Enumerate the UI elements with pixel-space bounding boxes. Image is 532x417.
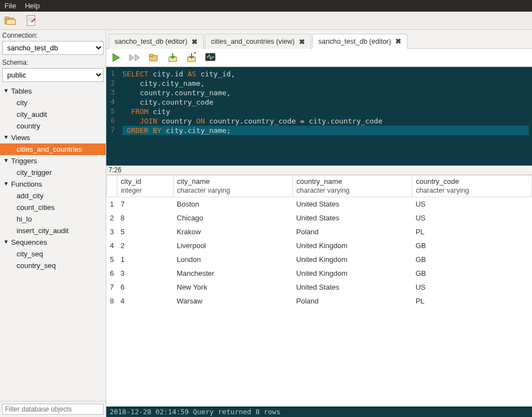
schema-label: Schema: bbox=[0, 57, 106, 67]
tree-item[interactable]: cities_and_countries bbox=[0, 143, 106, 155]
tab-label: sancho_test_db (editor) bbox=[115, 38, 187, 45]
table-row[interactable]: 76New YorkUnited StatesUS bbox=[107, 280, 532, 294]
tree-item[interactable]: city_trigger bbox=[0, 167, 106, 178]
table-cell: United States bbox=[293, 280, 412, 294]
table-cell: 4 bbox=[117, 294, 174, 308]
connection-label: Connection: bbox=[0, 30, 106, 40]
menu-help[interactable]: Help bbox=[25, 2, 40, 10]
table-cell: GB bbox=[412, 239, 532, 253]
table-cell: 7 bbox=[117, 197, 174, 212]
svg-rect-2 bbox=[7, 19, 16, 24]
table-cell: United Kingdom bbox=[293, 266, 412, 280]
table-cell: Warsaw bbox=[173, 294, 293, 308]
close-icon[interactable]: ✖ bbox=[299, 38, 305, 46]
db-object-tree: ▼Tablescitycity_auditcountry▼Viewscities… bbox=[0, 84, 106, 401]
table-row[interactable]: 17BostonUnited StatesUS bbox=[107, 197, 532, 212]
table-cell: 6 bbox=[117, 280, 174, 294]
table-cell: London bbox=[173, 253, 293, 266]
table-cell: 1 bbox=[117, 253, 174, 266]
editor-tabs: sancho_test_db (editor)✖cities_and_count… bbox=[106, 30, 532, 49]
tree-category-tables[interactable]: ▼Tables bbox=[0, 85, 106, 97]
save-sql-icon[interactable] bbox=[166, 51, 179, 64]
table-cell: United Kingdom bbox=[293, 239, 412, 253]
tree-item[interactable]: country_seq bbox=[0, 260, 106, 271]
column-header[interactable]: city_namecharacter varying bbox=[173, 176, 293, 197]
close-icon[interactable]: ✖ bbox=[192, 38, 198, 46]
tree-item[interactable]: insert_city_audit bbox=[0, 225, 106, 236]
table-cell: GB bbox=[412, 266, 532, 280]
editor-tab[interactable]: sancho_test_db (editor)✖ bbox=[109, 34, 204, 49]
column-header[interactable]: city_idinteger bbox=[117, 176, 174, 197]
column-header[interactable]: country_codecharacter varying bbox=[412, 176, 532, 197]
tab-label: cities_and_countries (view) bbox=[211, 38, 295, 45]
activity-monitor-icon[interactable] bbox=[204, 51, 217, 64]
table-cell: Krakow bbox=[173, 225, 293, 239]
table-cell: US bbox=[412, 211, 532, 225]
filter-input[interactable] bbox=[2, 404, 104, 415]
tree-item[interactable]: city_seq bbox=[0, 248, 106, 260]
cursor-position: 7:26 bbox=[106, 166, 532, 175]
tree-item[interactable]: city bbox=[0, 97, 106, 109]
sql-editor[interactable]: 1234567 SELECT city.id AS city_id, city.… bbox=[106, 67, 532, 166]
chevron-down-icon: ▼ bbox=[3, 181, 9, 187]
tree-category-views[interactable]: ▼Views bbox=[0, 132, 106, 143]
tree-item[interactable]: city_audit bbox=[0, 109, 106, 120]
table-cell: United Kingdom bbox=[293, 253, 412, 266]
menubar: File Help bbox=[0, 0, 532, 12]
tree-category-triggers[interactable]: ▼Triggers bbox=[0, 155, 106, 167]
table-row[interactable]: 42LiverpoolUnited KingdomGB bbox=[107, 239, 532, 253]
table-cell: Liverpool bbox=[173, 239, 293, 253]
editor-tab[interactable]: sancho_test_db (editor)✖ bbox=[312, 34, 407, 49]
table-cell: Boston bbox=[173, 197, 293, 212]
chevron-down-icon: ▼ bbox=[3, 157, 9, 163]
table-row[interactable]: 63ManchesterUnited KingdomGB bbox=[107, 266, 532, 280]
tree-category-functions[interactable]: ▼Functions bbox=[0, 178, 106, 190]
table-row[interactable]: 28ChicagoUnited StatesUS bbox=[107, 211, 532, 225]
table-cell: 8 bbox=[117, 211, 174, 225]
menu-file[interactable]: File bbox=[4, 2, 16, 10]
table-cell: United States bbox=[293, 197, 412, 212]
table-row[interactable]: 51LondonUnited KingdomGB bbox=[107, 253, 532, 266]
table-row[interactable]: 84WarsawPolandPL bbox=[107, 294, 532, 308]
editor-tab[interactable]: cities_and_countries (view)✖ bbox=[205, 34, 311, 49]
svg-rect-8 bbox=[149, 54, 153, 56]
open-file-icon[interactable] bbox=[3, 14, 17, 27]
run-query-icon[interactable] bbox=[110, 51, 123, 64]
results-table: city_idintegercity_namecharacter varying… bbox=[106, 175, 532, 308]
chevron-down-icon: ▼ bbox=[3, 239, 9, 245]
results-panel: city_idintegercity_namecharacter varying… bbox=[106, 175, 532, 406]
open-sql-icon[interactable] bbox=[147, 51, 161, 64]
save-as-sql-icon[interactable] bbox=[185, 51, 198, 64]
table-cell: 5 bbox=[117, 225, 174, 239]
table-cell: 3 bbox=[117, 266, 174, 280]
table-cell: Manchester bbox=[173, 266, 293, 280]
table-cell: US bbox=[412, 197, 532, 212]
tree-item[interactable]: hi_lo bbox=[0, 213, 106, 225]
schema-select[interactable]: public bbox=[2, 68, 104, 82]
tree-item[interactable]: country bbox=[0, 120, 106, 132]
editor-toolbar bbox=[106, 49, 532, 67]
table-cell: PL bbox=[412, 225, 532, 239]
tree-item[interactable]: add_city bbox=[0, 190, 106, 202]
column-header[interactable]: country_namecharacter varying bbox=[293, 176, 412, 197]
tab-label: sancho_test_db (editor) bbox=[318, 38, 391, 45]
svg-rect-1 bbox=[5, 17, 9, 19]
connection-select[interactable]: sancho_test_db bbox=[2, 41, 104, 55]
table-cell: US bbox=[412, 280, 532, 294]
table-cell: Poland bbox=[293, 294, 412, 308]
table-cell: 2 bbox=[117, 239, 174, 253]
run-step-icon[interactable] bbox=[128, 51, 142, 64]
close-icon[interactable]: ✖ bbox=[395, 37, 401, 45]
tree-category-sequences[interactable]: ▼Sequences bbox=[0, 236, 106, 248]
table-cell: New York bbox=[173, 280, 293, 294]
chevron-down-icon: ▼ bbox=[3, 87, 9, 94]
new-document-icon[interactable] bbox=[24, 14, 38, 27]
table-row[interactable]: 35KrakowPolandPL bbox=[107, 225, 532, 239]
sidebar: Connection: sancho_test_db Schema: publi… bbox=[0, 30, 106, 417]
table-cell: Poland bbox=[293, 225, 412, 239]
table-cell: United States bbox=[293, 211, 412, 225]
table-cell: Chicago bbox=[173, 211, 293, 225]
app-toolbar bbox=[0, 12, 532, 30]
tree-item[interactable]: count_cities bbox=[0, 202, 106, 213]
status-bar: 2018-12-28 02:14:59 Query returned 8 row… bbox=[106, 406, 532, 417]
